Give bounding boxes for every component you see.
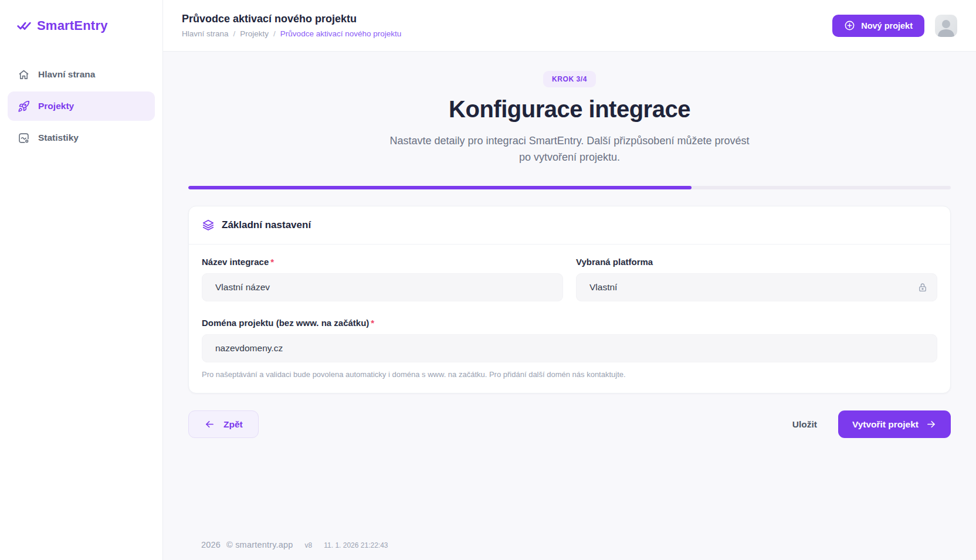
domain-field-group: Doména projektu (bez www. na začátku)* P… (202, 318, 937, 379)
footer-copyright: © smartentry.app (226, 540, 293, 549)
footer-version: v8 (305, 541, 313, 549)
sidebar-item-label: Hlavní strana (38, 69, 95, 80)
platform-field-group: Vybraná platforma (576, 257, 937, 301)
save-button[interactable]: Uložit (792, 419, 817, 430)
wizard-subtitle-line1: Nastavte detaily pro integraci SmartEntr… (188, 133, 951, 149)
footer: 2026 © smartentry.app v8 11. 1. 2026 21:… (163, 540, 976, 549)
arrow-left-icon (204, 419, 215, 430)
user-avatar[interactable] (935, 15, 957, 37)
main-content: KROK 3/4 Konfigurace integrace Nastavte … (163, 52, 976, 560)
back-label: Zpět (223, 419, 243, 430)
footer-timestamp: 11. 1. 2026 21:22:43 (324, 541, 388, 549)
footer-year: 2026 (201, 540, 221, 549)
wizard-actions: Zpět Uložit Vytvořit projekt (188, 410, 951, 438)
back-button[interactable]: Zpět (188, 410, 259, 438)
sidebar-item-projects[interactable]: Projekty (8, 91, 155, 121)
sidebar-item-statistics[interactable]: Statistiky (8, 123, 155, 152)
brand-name: SmartEntry (37, 18, 108, 33)
sidebar: SmartEntry Hlavní strana (0, 0, 163, 560)
sidebar-item-home[interactable]: Hlavní strana (8, 60, 155, 89)
section-title: Základní nastavení (222, 219, 311, 231)
brand-logo[interactable]: SmartEntry (0, 0, 162, 52)
breadcrumb-separator: / (233, 29, 236, 38)
breadcrumb-current: Průvodce aktivací nového projektu (280, 29, 401, 38)
required-marker: * (270, 257, 274, 267)
breadcrumb-home[interactable]: Hlavní strana (182, 29, 229, 38)
stats-icon (17, 131, 30, 144)
lock-icon (917, 282, 928, 293)
page-title: Průvodce aktivací nového projektu (182, 13, 401, 25)
new-project-label: Nový projekt (861, 21, 913, 30)
double-check-icon (16, 18, 32, 33)
platform-input (576, 273, 937, 301)
wizard-title: Konfigurace integrace (188, 96, 951, 123)
progress-fill (188, 186, 692, 189)
sidebar-item-label: Statistiky (38, 133, 79, 143)
integration-name-field-group: Název integrace* (202, 257, 563, 301)
breadcrumb-projects[interactable]: Projekty (240, 29, 269, 38)
sidebar-nav: Hlavní strana Projekty (0, 52, 162, 161)
integration-name-label: Název integrace* (202, 257, 563, 267)
breadcrumb-separator: / (273, 29, 276, 38)
domain-label: Doména projektu (bez www. na začátku)* (202, 318, 937, 328)
wizard-subtitle-line2: po vytvoření projektu. (188, 149, 951, 165)
sidebar-item-label: Projekty (38, 101, 74, 111)
plus-circle-icon (844, 20, 855, 31)
rocket-icon (17, 100, 30, 113)
domain-hint: Pro našeptávání a validaci bude povolena… (202, 370, 937, 379)
arrow-right-icon (926, 419, 937, 430)
wizard-progress-bar (188, 186, 951, 189)
create-project-button[interactable]: Vytvořit projekt (838, 410, 951, 438)
page-header: Průvodce aktivací nového projektu Hlavní… (163, 0, 976, 52)
home-icon (17, 68, 30, 81)
layers-icon (202, 219, 215, 232)
new-project-button[interactable]: Nový projekt (832, 15, 924, 37)
submit-label: Vytvořit projekt (852, 419, 919, 430)
required-marker: * (371, 318, 374, 328)
step-badge: KROK 3/4 (543, 71, 596, 87)
integration-name-input[interactable] (202, 273, 563, 301)
domain-input[interactable] (202, 334, 937, 362)
wizard-subtitle: Nastavte detaily pro integraci SmartEntr… (188, 133, 951, 165)
app-root: SmartEntry Hlavní strana (0, 0, 976, 560)
breadcrumb: Hlavní strana / Projekty / Průvodce akti… (182, 29, 401, 38)
platform-label: Vybraná platforma (576, 257, 937, 267)
basic-settings-card: Základní nastavení Název integrace* (188, 206, 951, 393)
